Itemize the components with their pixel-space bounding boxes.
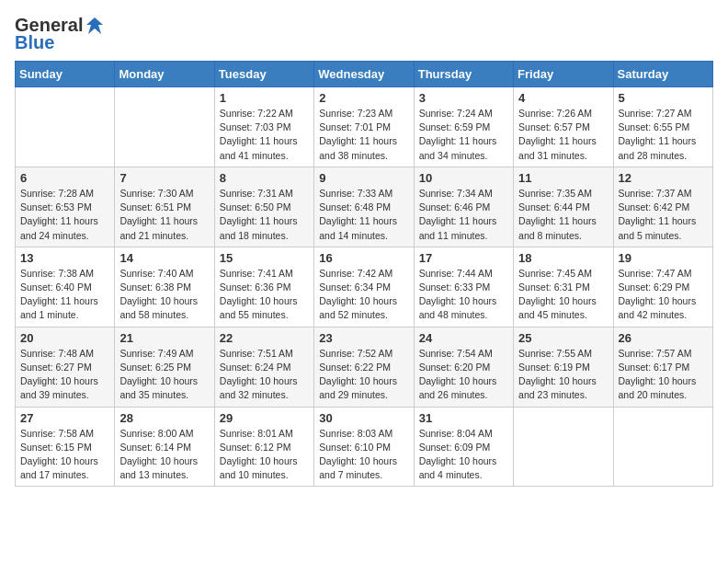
day-detail: Sunrise: 7:52 AM Sunset: 6:22 PM Dayligh… [319, 347, 408, 403]
day-detail: Sunrise: 7:45 AM Sunset: 6:31 PM Dayligh… [518, 267, 608, 323]
calendar-cell [613, 407, 712, 487]
day-number: 14 [119, 251, 209, 265]
calendar-week-3: 13Sunrise: 7:38 AM Sunset: 6:40 PM Dayli… [16, 247, 713, 327]
day-number: 31 [419, 411, 508, 425]
calendar-cell: 31Sunrise: 8:04 AM Sunset: 6:09 PM Dayli… [414, 407, 513, 487]
day-detail: Sunrise: 7:44 AM Sunset: 6:33 PM Dayligh… [419, 267, 508, 323]
day-detail: Sunrise: 7:28 AM Sunset: 6:53 PM Dayligh… [20, 187, 109, 243]
calendar-cell: 19Sunrise: 7:47 AM Sunset: 6:29 PM Dayli… [613, 247, 712, 327]
day-detail: Sunrise: 7:41 AM Sunset: 6:36 PM Dayligh… [220, 267, 309, 323]
calendar-cell: 20Sunrise: 7:48 AM Sunset: 6:27 PM Dayli… [16, 327, 115, 407]
calendar-cell: 21Sunrise: 7:49 AM Sunset: 6:25 PM Dayli… [115, 327, 214, 407]
day-number: 5 [619, 91, 708, 105]
day-number: 28 [119, 411, 209, 425]
calendar-cell: 29Sunrise: 8:01 AM Sunset: 6:12 PM Dayli… [214, 407, 313, 487]
day-number: 13 [20, 251, 109, 265]
day-number: 23 [319, 331, 408, 345]
calendar-cell: 10Sunrise: 7:34 AM Sunset: 6:46 PM Dayli… [414, 167, 513, 247]
calendar-cell: 24Sunrise: 7:54 AM Sunset: 6:20 PM Dayli… [414, 327, 513, 407]
day-detail: Sunrise: 7:35 AM Sunset: 6:44 PM Dayligh… [518, 187, 608, 243]
logo: General Blue [15, 15, 105, 53]
calendar-cell [514, 407, 613, 487]
day-number: 1 [220, 91, 309, 105]
day-number: 9 [319, 171, 408, 185]
day-number: 16 [319, 251, 408, 265]
calendar-cell: 16Sunrise: 7:42 AM Sunset: 6:34 PM Dayli… [314, 247, 414, 327]
calendar-week-2: 6Sunrise: 7:28 AM Sunset: 6:53 PM Daylig… [16, 167, 713, 247]
day-header-thursday: Thursday [414, 62, 513, 87]
day-number: 29 [220, 411, 309, 425]
calendar-cell: 3Sunrise: 7:24 AM Sunset: 6:59 PM Daylig… [414, 87, 513, 167]
calendar-cell: 14Sunrise: 7:40 AM Sunset: 6:38 PM Dayli… [115, 247, 214, 327]
day-header-sunday: Sunday [16, 62, 115, 87]
day-detail: Sunrise: 8:01 AM Sunset: 6:12 PM Dayligh… [220, 427, 309, 483]
day-number: 19 [619, 251, 708, 265]
logo-bird-icon [85, 16, 105, 36]
day-header-wednesday: Wednesday [314, 62, 414, 87]
svg-marker-0 [86, 17, 103, 34]
day-number: 22 [220, 331, 309, 345]
calendar-cell: 22Sunrise: 7:51 AM Sunset: 6:24 PM Dayli… [214, 327, 313, 407]
calendar-cell: 26Sunrise: 7:57 AM Sunset: 6:17 PM Dayli… [613, 327, 712, 407]
day-detail: Sunrise: 7:23 AM Sunset: 7:01 PM Dayligh… [319, 107, 408, 163]
day-number: 15 [220, 251, 309, 265]
day-detail: Sunrise: 8:04 AM Sunset: 6:09 PM Dayligh… [419, 427, 508, 483]
day-detail: Sunrise: 7:54 AM Sunset: 6:20 PM Dayligh… [419, 347, 508, 403]
day-number: 30 [319, 411, 408, 425]
day-detail: Sunrise: 7:55 AM Sunset: 6:19 PM Dayligh… [518, 347, 608, 403]
day-detail: Sunrise: 8:00 AM Sunset: 6:14 PM Dayligh… [119, 427, 209, 483]
day-detail: Sunrise: 7:58 AM Sunset: 6:15 PM Dayligh… [20, 427, 109, 483]
day-detail: Sunrise: 7:27 AM Sunset: 6:55 PM Dayligh… [619, 107, 708, 163]
calendar-cell: 18Sunrise: 7:45 AM Sunset: 6:31 PM Dayli… [514, 247, 613, 327]
day-detail: Sunrise: 7:40 AM Sunset: 6:38 PM Dayligh… [119, 267, 209, 323]
calendar-cell: 4Sunrise: 7:26 AM Sunset: 6:57 PM Daylig… [514, 87, 613, 167]
calendar-cell: 7Sunrise: 7:30 AM Sunset: 6:51 PM Daylig… [115, 167, 214, 247]
day-number: 3 [419, 91, 508, 105]
calendar-table: SundayMondayTuesdayWednesdayThursdayFrid… [15, 61, 713, 487]
day-number: 17 [419, 251, 508, 265]
day-number: 12 [619, 171, 708, 185]
day-detail: Sunrise: 7:33 AM Sunset: 6:48 PM Dayligh… [319, 187, 408, 243]
calendar-cell: 23Sunrise: 7:52 AM Sunset: 6:22 PM Dayli… [314, 327, 414, 407]
calendar-cell: 9Sunrise: 7:33 AM Sunset: 6:48 PM Daylig… [314, 167, 414, 247]
day-number: 18 [518, 251, 608, 265]
day-detail: Sunrise: 7:42 AM Sunset: 6:34 PM Dayligh… [319, 267, 408, 323]
calendar-cell: 17Sunrise: 7:44 AM Sunset: 6:33 PM Dayli… [414, 247, 513, 327]
day-detail: Sunrise: 7:37 AM Sunset: 6:42 PM Dayligh… [619, 187, 708, 243]
logo-blue-text: Blue [15, 32, 54, 53]
calendar-cell [115, 87, 214, 167]
day-detail: Sunrise: 8:03 AM Sunset: 6:10 PM Dayligh… [319, 427, 408, 483]
day-number: 4 [518, 91, 608, 105]
day-number: 21 [119, 331, 209, 345]
day-number: 2 [319, 91, 408, 105]
calendar-cell [16, 87, 115, 167]
day-number: 6 [20, 171, 109, 185]
day-number: 11 [518, 171, 608, 185]
calendar-cell: 13Sunrise: 7:38 AM Sunset: 6:40 PM Dayli… [16, 247, 115, 327]
calendar-cell: 8Sunrise: 7:31 AM Sunset: 6:50 PM Daylig… [214, 167, 313, 247]
day-detail: Sunrise: 7:24 AM Sunset: 6:59 PM Dayligh… [419, 107, 508, 163]
calendar-cell: 2Sunrise: 7:23 AM Sunset: 7:01 PM Daylig… [314, 87, 414, 167]
day-header-monday: Monday [115, 62, 214, 87]
day-detail: Sunrise: 7:26 AM Sunset: 6:57 PM Dayligh… [518, 107, 608, 163]
day-detail: Sunrise: 7:34 AM Sunset: 6:46 PM Dayligh… [419, 187, 508, 243]
calendar-cell: 15Sunrise: 7:41 AM Sunset: 6:36 PM Dayli… [214, 247, 313, 327]
day-detail: Sunrise: 7:31 AM Sunset: 6:50 PM Dayligh… [220, 187, 309, 243]
day-number: 25 [518, 331, 608, 345]
calendar-cell: 27Sunrise: 7:58 AM Sunset: 6:15 PM Dayli… [16, 407, 115, 487]
day-detail: Sunrise: 7:30 AM Sunset: 6:51 PM Dayligh… [119, 187, 209, 243]
calendar-cell: 30Sunrise: 8:03 AM Sunset: 6:10 PM Dayli… [314, 407, 414, 487]
day-header-friday: Friday [514, 62, 613, 87]
day-number: 20 [20, 331, 109, 345]
calendar-cell: 1Sunrise: 7:22 AM Sunset: 7:03 PM Daylig… [214, 87, 313, 167]
day-number: 26 [619, 331, 708, 345]
calendar-cell: 6Sunrise: 7:28 AM Sunset: 6:53 PM Daylig… [16, 167, 115, 247]
day-detail: Sunrise: 7:48 AM Sunset: 6:27 PM Dayligh… [20, 347, 109, 403]
calendar-cell: 28Sunrise: 8:00 AM Sunset: 6:14 PM Dayli… [115, 407, 214, 487]
day-detail: Sunrise: 7:51 AM Sunset: 6:24 PM Dayligh… [220, 347, 309, 403]
calendar-week-5: 27Sunrise: 7:58 AM Sunset: 6:15 PM Dayli… [16, 407, 713, 487]
day-header-saturday: Saturday [613, 62, 712, 87]
day-detail: Sunrise: 7:47 AM Sunset: 6:29 PM Dayligh… [619, 267, 708, 323]
calendar-cell: 25Sunrise: 7:55 AM Sunset: 6:19 PM Dayli… [514, 327, 613, 407]
calendar-cell: 5Sunrise: 7:27 AM Sunset: 6:55 PM Daylig… [613, 87, 712, 167]
